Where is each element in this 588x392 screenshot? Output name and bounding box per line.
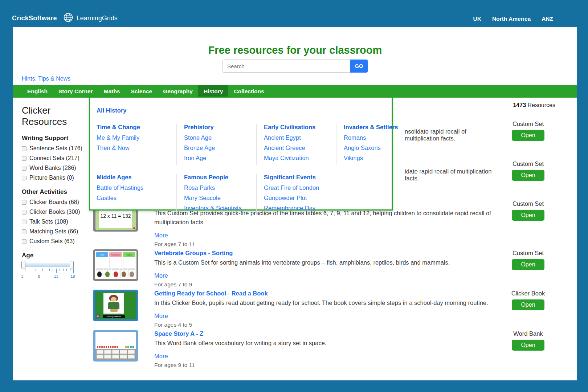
nav-item-history[interactable]: History	[198, 85, 228, 98]
menu-link[interactable]: Ancient Greece	[264, 145, 336, 151]
speaker-icon[interactable]	[96, 314, 100, 318]
menu-group-title[interactable]: Early Civilisations	[264, 124, 336, 131]
open-button[interactable]: Open	[512, 130, 544, 141]
sidebar-title: Clicker Resources	[22, 105, 93, 127]
checkbox[interactable]	[22, 239, 26, 244]
menu-link[interactable]: Bronze Age	[184, 145, 256, 151]
open-button[interactable]: Open	[512, 259, 544, 270]
ages-label: For ages 4 to 5	[154, 321, 497, 328]
thumbnail-caption: I eat my breakfast.	[103, 315, 125, 318]
resource-row: I eat my breakfast. Getting Ready for Sc…	[93, 290, 577, 328]
search-input[interactable]	[222, 60, 350, 73]
menu-link[interactable]: Vikings	[344, 155, 416, 161]
menu-link[interactable]: Maya Civilization	[264, 155, 336, 161]
more-link[interactable]: More	[154, 312, 168, 320]
open-button[interactable]: Open	[512, 299, 544, 310]
checkbox[interactable]	[22, 229, 26, 234]
ages-label: For ages 7 to 9	[154, 281, 497, 288]
age-tick-label: 13	[54, 274, 58, 278]
more-link[interactable]: More	[154, 231, 168, 239]
nav-item-collections[interactable]: Collections	[228, 85, 270, 98]
checkbox[interactable]	[22, 146, 26, 151]
age-slider: 3 8 13 18	[22, 263, 73, 281]
region-link-anz[interactable]: ANZ	[542, 16, 553, 22]
menu-link[interactable]: Gunpowder Plot	[264, 195, 336, 201]
resource-title-link[interactable]: Space Story A - Z	[154, 330, 497, 337]
nav-item-maths[interactable]: Maths	[98, 85, 126, 98]
menu-link[interactable]: Remembrance Day	[264, 205, 336, 211]
search-go-button[interactable]: GO	[350, 60, 368, 73]
age-tick	[39, 269, 39, 273]
menu-group-title[interactable]: Famous People	[184, 174, 256, 181]
nav-item-story-corner[interactable]: Story Corner	[53, 85, 98, 98]
region-link-uk[interactable]: UK	[473, 16, 481, 22]
resource-title-link[interactable]: Getting Ready for School - Read a Book	[154, 290, 497, 297]
filter-word-banks[interactable]: Word Banks (286)	[22, 165, 93, 171]
resource-title-link[interactable]: Vertebrate Groups - Sorting	[154, 249, 497, 257]
checkbox[interactable]	[22, 166, 26, 171]
menu-link[interactable]: Rosa Parks	[184, 185, 256, 191]
resource-thumbnail[interactable]: I eat my breakfast.	[93, 290, 138, 321]
nav-item-english[interactable]: English	[22, 85, 53, 98]
age-tick-label: 8	[38, 274, 40, 278]
resource-type-label: Word Bank	[501, 330, 555, 337]
hints-tips-news-link[interactable]: Hints, Tips & News	[22, 75, 70, 82]
resource-thumbnail[interactable]	[93, 330, 138, 362]
menu-link-all-history[interactable]: All History	[97, 107, 392, 114]
hero: Free resources for your classroom GO	[13, 27, 577, 73]
checkbox[interactable]	[22, 176, 26, 180]
top-bar: CrickSoftware LearningGrids UK North Ame…	[0, 0, 588, 27]
menu-link[interactable]: Me & My Family	[97, 135, 176, 141]
more-link[interactable]: More	[154, 352, 168, 360]
menu-link[interactable]: Stone Age	[184, 135, 256, 141]
nav-item-geography[interactable]: Geography	[158, 85, 198, 98]
checkbox[interactable]	[22, 220, 26, 224]
filter-talk-sets[interactable]: Talk Sets (108)	[22, 219, 93, 225]
filter-label: Custom Sets (63)	[29, 238, 74, 245]
brand-logo[interactable]: CrickSoftware	[12, 15, 57, 22]
menu-link[interactable]: Anglo Saxons	[344, 145, 416, 151]
region-link-north-america[interactable]: North America	[492, 16, 531, 22]
nav-item-science[interactable]: Science	[126, 85, 158, 98]
age-slider-track[interactable]	[22, 263, 73, 267]
menu-link[interactable]: Iron Age	[184, 155, 256, 161]
age-slider-handle-min[interactable]	[21, 261, 25, 269]
filter-matching-sets[interactable]: Matching Sets (66)	[22, 228, 93, 235]
menu-link[interactable]: Battle of Hastings	[97, 185, 176, 191]
filter-clicker-boards[interactable]: Clicker Boards (68)	[22, 199, 93, 205]
ages-label: For ages 7 to 11	[154, 241, 497, 248]
product-name[interactable]: LearningGrids	[77, 15, 118, 22]
menu-group-title[interactable]: Significant Events	[264, 174, 336, 181]
checkbox[interactable]	[22, 200, 26, 205]
menu-link[interactable]: Inventors & Scientists	[184, 205, 256, 211]
filter-label: Matching Sets (66)	[29, 228, 78, 235]
checkbox[interactable]	[22, 156, 26, 161]
checkbox[interactable]	[22, 210, 26, 215]
filter-custom-sets[interactable]: Custom Sets (63)	[22, 238, 93, 245]
filter-clicker-books[interactable]: Clicker Books (300)	[22, 209, 93, 215]
menu-link[interactable]: Then & Now	[97, 145, 176, 151]
filter-connect-sets[interactable]: Connect Sets (217)	[22, 155, 93, 162]
filter-label: Picture Banks (0)	[29, 175, 74, 181]
history-dropdown-menu: All History Time & Change Me & My Family…	[89, 97, 393, 211]
more-link[interactable]: More	[154, 271, 168, 279]
resource-thumbnail[interactable]: Fish Amphibians Reptiles	[93, 249, 138, 281]
open-button[interactable]: Open	[512, 340, 544, 351]
menu-group-early-civilisations: Early Civilisations Ancient Egypt Ancien…	[256, 124, 336, 165]
resource-type-label: Custom Set	[501, 249, 555, 257]
menu-link[interactable]: Castles	[97, 195, 176, 201]
resource-description: This is a Custom Set for sorting animals…	[154, 258, 497, 267]
open-button[interactable]: Open	[512, 210, 544, 221]
menu-group-title[interactable]: Time & Change	[97, 124, 176, 131]
menu-link[interactable]: Romans	[344, 135, 416, 141]
menu-link[interactable]: Mary Seacole	[184, 195, 256, 201]
filter-sentence-sets[interactable]: Sentence Sets (176)	[22, 145, 93, 152]
filter-picture-banks[interactable]: Picture Banks (0)	[22, 175, 93, 181]
menu-group-title[interactable]: Prehistory	[184, 124, 256, 131]
age-slider-handle-max[interactable]	[70, 261, 74, 269]
menu-group-title[interactable]: Invaders & Settlers	[344, 124, 416, 131]
menu-link[interactable]: Ancient Egypt	[264, 135, 336, 141]
open-button[interactable]: Open	[512, 170, 544, 181]
menu-group-title[interactable]: Middle Ages	[97, 174, 176, 181]
menu-link[interactable]: Great Fire of London	[264, 185, 336, 191]
